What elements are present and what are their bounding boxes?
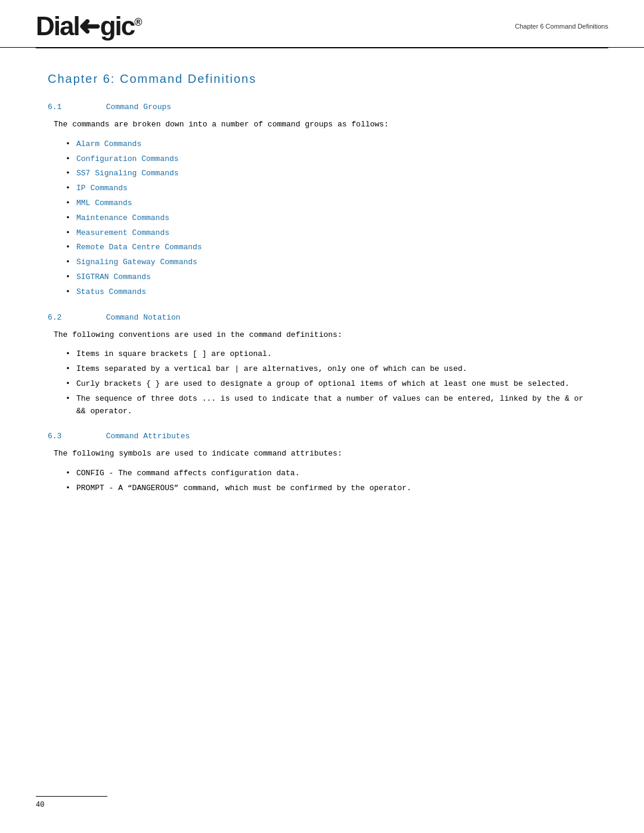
- list-item: IP Commands: [66, 182, 596, 195]
- list-item: Measurement Commands: [66, 227, 596, 240]
- list-item: Signaling Gateway Commands: [66, 256, 596, 269]
- list-item: Curly brackets { } are used to designate…: [66, 378, 596, 391]
- notation-list: Items in square brackets [ ] are optiona…: [66, 348, 596, 417]
- section-6-2-intro: The following conventions are used in th…: [54, 329, 596, 342]
- list-item: SS7 Signaling Commands: [66, 168, 596, 180]
- sigtran-commands-link[interactable]: SIGTRAN Commands: [76, 272, 151, 281]
- list-item: Status Commands: [66, 286, 596, 299]
- signaling-gateway-commands-link[interactable]: Signaling Gateway Commands: [76, 258, 197, 267]
- list-item: Alarm Commands: [66, 138, 596, 151]
- list-item: Maintenance Commands: [66, 212, 596, 225]
- section-6-2-number: 6.2: [48, 313, 101, 322]
- command-groups-list: Alarm Commands Configuration Commands SS…: [66, 138, 596, 299]
- list-item: Remote Data Centre Commands: [66, 241, 596, 254]
- list-item: SIGTRAN Commands: [66, 271, 596, 284]
- alarm-commands-link[interactable]: Alarm Commands: [76, 140, 141, 148]
- list-item: Configuration Commands: [66, 153, 596, 166]
- list-item: The sequence of three dots ... is used t…: [66, 393, 596, 418]
- footer: 40: [36, 796, 608, 809]
- page-number: 40: [36, 801, 44, 809]
- section-6-2: 6.2 Command Notation The following conve…: [48, 313, 596, 418]
- section-6-2-heading: 6.2 Command Notation: [48, 313, 596, 322]
- chapter-title: Chapter 6: Command Definitions: [48, 72, 596, 86]
- header: Dial➜gic® Chapter 6 Command Definitions: [0, 0, 644, 48]
- status-commands-link[interactable]: Status Commands: [76, 287, 146, 296]
- ip-commands-link[interactable]: IP Commands: [76, 184, 128, 193]
- list-item: CONFIG - The command affects configurati…: [66, 467, 596, 480]
- section-6-3: 6.3 Command Attributes The following sym…: [48, 432, 596, 494]
- section-6-1: 6.1 Command Groups The commands are brok…: [48, 103, 596, 299]
- section-6-3-label: Command Attributes: [106, 432, 190, 441]
- measurement-commands-link[interactable]: Measurement Commands: [76, 228, 169, 237]
- list-item: MML Commands: [66, 197, 596, 210]
- footer-line: [36, 796, 107, 797]
- attributes-list: CONFIG - The command affects configurati…: [66, 467, 596, 495]
- ss7-commands-link[interactable]: SS7 Signaling Commands: [76, 169, 179, 178]
- logo: Dial➜gic®: [36, 11, 141, 41]
- configuration-commands-link[interactable]: Configuration Commands: [76, 154, 179, 163]
- section-6-3-intro: The following symbols are used to indica…: [54, 448, 596, 460]
- header-chapter-ref: Chapter 6 Command Definitions: [515, 23, 608, 30]
- section-6-2-label: Command Notation: [106, 313, 181, 322]
- remote-data-centre-commands-link[interactable]: Remote Data Centre Commands: [76, 243, 202, 252]
- mml-commands-link[interactable]: MML Commands: [76, 199, 132, 208]
- list-item: Items separated by a vertical bar | are …: [66, 363, 596, 376]
- section-6-1-number: 6.1: [48, 103, 101, 112]
- logo-text: Dial➜gic®: [36, 11, 141, 41]
- section-6-1-label: Command Groups: [106, 103, 171, 112]
- main-content: Chapter 6: Command Definitions 6.1 Comma…: [0, 48, 644, 539]
- section-6-3-number: 6.3: [48, 432, 101, 441]
- list-item: PROMPT - A “DANGEROUS” command, which mu…: [66, 482, 596, 495]
- page: Dial➜gic® Chapter 6 Command Definitions …: [0, 0, 644, 833]
- section-6-1-intro: The commands are broken down into a numb…: [54, 119, 596, 131]
- maintenance-commands-link[interactable]: Maintenance Commands: [76, 213, 169, 222]
- list-item: Items in square brackets [ ] are optiona…: [66, 348, 596, 361]
- section-6-3-heading: 6.3 Command Attributes: [48, 432, 596, 441]
- section-6-1-heading: 6.1 Command Groups: [48, 103, 596, 112]
